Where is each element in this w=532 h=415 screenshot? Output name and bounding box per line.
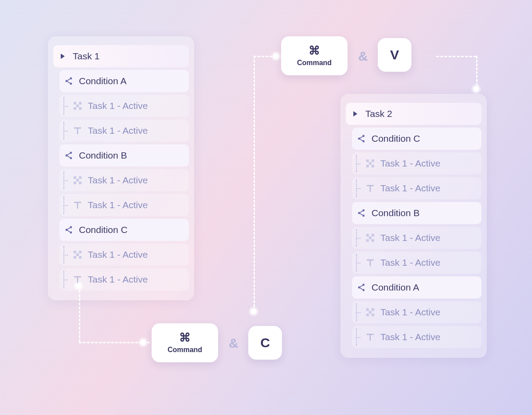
connector-line <box>436 56 476 57</box>
key-c: C <box>248 326 282 360</box>
svg-rect-37 <box>369 237 372 239</box>
tree-connector-icon <box>59 246 70 264</box>
share-icon <box>356 283 366 292</box>
item-label: Task 1 - Active <box>88 125 148 136</box>
connector-line <box>79 342 150 343</box>
condition-label: Condition B <box>79 150 127 161</box>
share-icon <box>356 134 366 144</box>
task-item[interactable]: Task 1 - Active <box>352 252 481 274</box>
svg-rect-46 <box>366 314 369 316</box>
svg-rect-30 <box>366 165 369 167</box>
svg-rect-38 <box>366 239 369 242</box>
connector-dot <box>473 86 479 92</box>
connector-line <box>254 56 255 311</box>
text-icon <box>365 332 375 342</box>
task-panel-2: Task 2 Condition C Task 1 - Active Task … <box>340 94 487 358</box>
task-label: Task 1 <box>73 51 100 62</box>
tree-connector-icon <box>352 155 363 172</box>
key-v: V <box>378 38 411 72</box>
svg-rect-6 <box>74 107 76 110</box>
tree-connector-icon <box>352 229 363 247</box>
ampersand: & <box>229 336 239 351</box>
svg-rect-21 <box>76 253 79 256</box>
checker-icon <box>73 101 82 111</box>
item-label: Task 1 - Active <box>380 183 440 194</box>
svg-rect-23 <box>79 256 82 259</box>
task-item[interactable]: Task 1 - Active <box>352 326 481 348</box>
connector-dot <box>273 53 279 59</box>
condition-row[interactable]: Condition C <box>59 219 189 241</box>
svg-rect-12 <box>79 176 82 179</box>
condition-label: Condition A <box>79 76 126 86</box>
condition-row[interactable]: Condition B <box>59 144 189 167</box>
ampersand: & <box>358 49 368 64</box>
condition-label: Condition C <box>372 133 420 144</box>
svg-rect-31 <box>372 165 374 167</box>
svg-rect-20 <box>79 251 82 253</box>
task-item[interactable]: Task 1 - Active <box>352 152 481 175</box>
svg-rect-7 <box>79 107 82 110</box>
connector-line <box>476 56 477 89</box>
condition-row[interactable]: Condition B <box>352 202 481 224</box>
task-item[interactable]: Task 1 - Active <box>59 95 189 117</box>
checker-icon <box>73 250 82 260</box>
share-icon <box>64 225 74 235</box>
share-icon <box>64 76 74 86</box>
svg-rect-36 <box>372 234 374 237</box>
task-row[interactable]: Task 2 <box>346 103 481 125</box>
key-label: Command <box>297 59 332 67</box>
svg-rect-45 <box>369 311 372 314</box>
play-icon <box>58 51 67 61</box>
share-icon <box>64 151 74 160</box>
task-row[interactable]: Task 1 <box>53 45 189 67</box>
item-label: Task 1 - Active <box>88 200 148 210</box>
condition-row[interactable]: Condition A <box>352 276 481 299</box>
svg-rect-22 <box>74 256 76 259</box>
task-item[interactable]: Task 1 - Active <box>59 169 189 191</box>
connector-dot <box>250 308 257 314</box>
text-icon <box>365 258 375 268</box>
condition-label: Condition A <box>372 282 419 293</box>
tree-connector-icon <box>352 254 363 271</box>
key-command-bottom: ⌘ Command <box>152 323 218 362</box>
svg-rect-43 <box>366 308 369 311</box>
svg-rect-5 <box>76 105 79 107</box>
checker-icon <box>365 233 375 243</box>
tree-connector-icon <box>352 179 363 197</box>
item-label: Task 1 - Active <box>380 257 440 268</box>
condition-row[interactable]: Condition C <box>352 128 481 150</box>
text-icon <box>73 126 82 136</box>
key-label: V <box>390 47 399 62</box>
connector-dot <box>140 339 146 345</box>
key-label: Command <box>168 346 202 354</box>
task-item[interactable]: Task 1 - Active <box>352 177 481 199</box>
svg-rect-29 <box>369 162 372 165</box>
svg-rect-39 <box>372 239 374 242</box>
item-label: Task 1 - Active <box>380 233 440 243</box>
checker-icon <box>73 175 82 185</box>
key-command-top: ⌘ Command <box>281 36 348 75</box>
task-panel-1: Task 1 Condition A Task 1 - Active Task … <box>48 36 194 300</box>
text-icon <box>73 200 82 210</box>
share-icon <box>356 208 366 218</box>
svg-rect-3 <box>74 102 76 105</box>
task-item[interactable]: Task 1 - Active <box>59 194 189 216</box>
key-label: C <box>260 335 270 350</box>
command-icon: ⌘ <box>179 332 191 343</box>
task-item[interactable]: Task 1 - Active <box>59 268 189 291</box>
svg-rect-28 <box>372 159 374 162</box>
condition-row[interactable]: Condition A <box>59 70 189 92</box>
task-item[interactable]: Task 1 - Active <box>352 301 481 323</box>
svg-rect-15 <box>79 182 82 184</box>
svg-rect-19 <box>74 251 76 253</box>
task-item[interactable]: Task 1 - Active <box>352 227 481 249</box>
task-item[interactable]: Task 1 - Active <box>59 244 189 266</box>
tree-connector-icon <box>59 271 70 288</box>
task-label: Task 2 <box>365 109 392 119</box>
checker-icon <box>365 307 375 317</box>
task-item[interactable]: Task 1 - Active <box>59 120 189 142</box>
svg-rect-47 <box>372 314 374 316</box>
condition-label: Condition B <box>372 208 420 218</box>
tree-connector-icon <box>352 328 363 346</box>
item-label: Task 1 - Active <box>88 101 148 111</box>
